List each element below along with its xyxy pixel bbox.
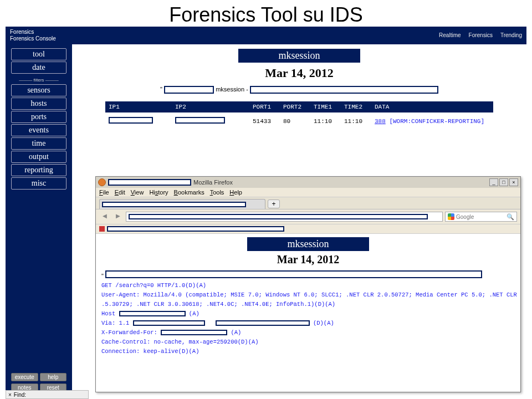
th-port1: PORT1 <box>253 104 283 110</box>
menu-bookmarks[interactable]: Bookmarks <box>174 189 204 196</box>
window-close[interactable]: × <box>509 178 518 186</box>
redacted <box>107 226 284 232</box>
window-minimize[interactable]: _ <box>489 178 498 186</box>
th-ip2: IP2 <box>175 104 253 110</box>
redacted <box>216 320 310 326</box>
side-events[interactable]: events <box>11 124 66 136</box>
nav-forensics[interactable]: Forensics <box>469 32 493 38</box>
menu-view[interactable]: View <box>131 189 144 196</box>
redacted <box>164 86 214 94</box>
suffix: (A) <box>231 329 241 336</box>
close-icon[interactable]: × <box>8 392 12 398</box>
btn-help[interactable]: help <box>40 373 67 381</box>
side-sensors[interactable]: sensors <box>11 84 66 96</box>
firefox-navbar: ◄ ► Google 🔍 <box>96 209 520 224</box>
http-line: .5.30729; .NET CLR 3.0.30618; .NET4.0C; … <box>101 301 515 308</box>
th-time2: TIME2 <box>344 104 375 110</box>
redacted <box>129 214 428 219</box>
table-row: 51433 80 11:10 11:10 388 [WORM:CONFICKER… <box>105 116 493 126</box>
slide-title: Forensics Tool su IDS <box>0 0 532 29</box>
label: Via: 1.1 <box>101 320 129 326</box>
http-line: Cache-Control: no-cache, max-age=259200(… <box>101 339 515 345</box>
side-tool[interactable]: tool <box>11 48 66 60</box>
firefox-titlebar[interactable]: Mozilla Firefox _ □ × <box>96 177 520 188</box>
header-subtitle: Forensics Console <box>10 35 56 42</box>
bookmark-icon <box>99 226 105 232</box>
redacted <box>109 117 153 124</box>
td-time1: 11:10 <box>314 118 344 125</box>
google-icon <box>448 213 454 220</box>
redacted <box>105 270 482 278</box>
btn-execute[interactable]: execute <box>11 373 38 381</box>
nav-back[interactable]: ◄ <box>99 212 110 222</box>
browser-tab[interactable] <box>99 199 265 209</box>
search-icon[interactable]: 🔍 <box>507 213 514 221</box>
http-line: GET /search?q=0 HTTP/1.0(D)(A) <box>101 282 515 289</box>
redacted <box>119 311 186 316</box>
menu-history[interactable]: History <box>149 189 168 196</box>
search-placeholder: Google <box>456 214 474 220</box>
data-link[interactable]: 388 <box>375 118 386 125</box>
nav-realtime[interactable]: Realtime <box>439 32 461 38</box>
redacted <box>250 86 438 94</box>
search-box[interactable]: Google 🔍 <box>445 212 517 222</box>
redacted <box>133 320 205 326</box>
nav-trending[interactable]: Trending <box>500 32 522 38</box>
td-port2: 80 <box>283 118 314 125</box>
label: Host <box>101 310 119 317</box>
firefox-content: mksession Mar 14, 2012 " GET /search?q=0… <box>96 234 520 360</box>
redacted <box>161 330 227 335</box>
http-line: User-Agent: Mozilla/4.0 (compatible; MSI… <box>101 291 515 298</box>
suffix: (D)(A) <box>313 320 334 326</box>
table-header: IP1 IP2 PORT1 PORT2 TIME1 TIME2 DATA <box>105 101 493 112</box>
firefox-icon <box>98 178 106 186</box>
menu-file[interactable]: File <box>99 189 109 196</box>
side-ports[interactable]: ports <box>11 111 66 123</box>
http-line: Via: 1.1 (D)(A) <box>101 320 515 326</box>
th-data: DATA <box>375 104 389 110</box>
new-tab-button[interactable]: + <box>268 200 280 208</box>
side-misc[interactable]: misc <box>11 177 66 190</box>
bookmark-bar <box>96 224 520 234</box>
nav-forward[interactable]: ► <box>112 212 124 222</box>
side-output[interactable]: output <box>11 151 66 163</box>
th-ip1: IP1 <box>109 104 175 110</box>
report-date: Mar 14, 2012 <box>72 66 526 80</box>
side-reporting[interactable]: reporting <box>11 164 66 176</box>
td-time2: 11:10 <box>344 118 375 125</box>
find-bar[interactable]: × Find: <box>6 390 89 399</box>
console-header: Forensics Forensics Console Realtime For… <box>6 27 526 44</box>
th-time1: TIME1 <box>314 104 344 110</box>
td-port1: 51433 <box>253 118 283 125</box>
window-title-suffix: Mozilla Firefox <box>193 179 233 186</box>
data-tag: [WORM:CONFICKER-REPORTING] <box>389 118 484 125</box>
side-hosts[interactable]: hosts <box>11 98 66 110</box>
th-port2: PORT2 <box>283 104 314 110</box>
label: X-Forwarded-For: <box>101 329 157 336</box>
mksession-banner: mksession <box>238 49 360 63</box>
window-maximize[interactable]: □ <box>499 178 508 186</box>
firefox-tabbar: + <box>96 197 520 209</box>
subtitle-mid: mksession - <box>216 86 248 93</box>
firefox-window: Mozilla Firefox _ □ × File Edit View His… <box>95 176 521 392</box>
http-line: Connection: keep-alive(D)(A) <box>101 348 515 355</box>
url-bar[interactable] <box>126 212 443 222</box>
sidebar: tool date ——— filters ——— sensors hosts … <box>6 44 72 396</box>
firefox-menubar: File Edit View History Bookmarks Tools H… <box>96 188 520 197</box>
menu-edit[interactable]: Edit <box>115 189 125 196</box>
side-time[interactable]: time <box>11 137 66 150</box>
redacted <box>175 117 225 124</box>
redacted <box>108 179 191 186</box>
header-title: Forensics <box>10 29 56 35</box>
subtitle-row: " mksession - <box>72 86 526 94</box>
menu-help[interactable]: Help <box>229 189 242 196</box>
http-line: X-Forwarded-For: (A) <box>101 329 515 336</box>
report-date: Mar 14, 2012 <box>101 253 515 266</box>
mksession-banner: mksession <box>247 237 369 251</box>
side-date[interactable]: date <box>11 62 66 74</box>
filters-separator: ——— filters ——— <box>8 78 70 83</box>
http-line: Host (A) <box>101 310 515 317</box>
find-label: Find: <box>14 392 26 398</box>
redacted <box>102 202 246 207</box>
menu-tools[interactable]: Tools <box>210 189 224 196</box>
